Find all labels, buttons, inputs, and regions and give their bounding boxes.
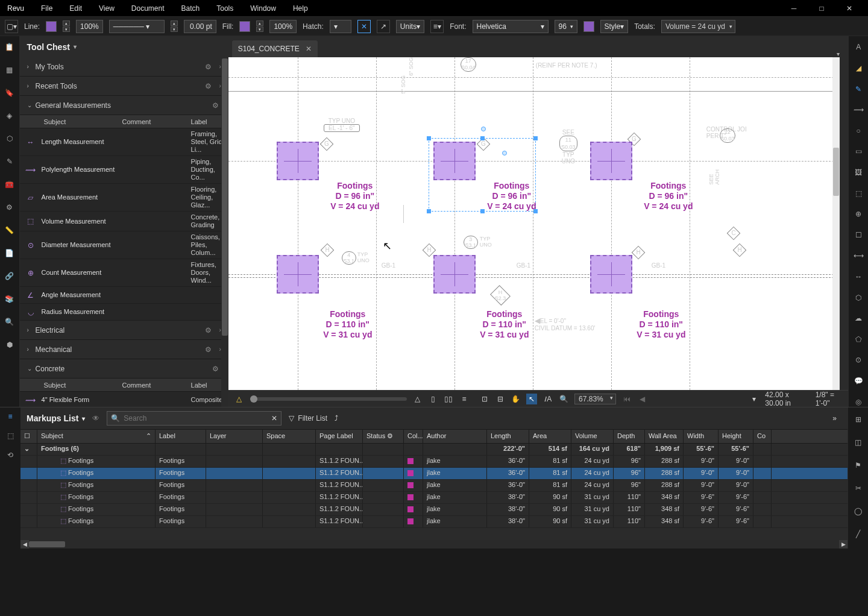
text-tool-icon[interactable]: A [852, 42, 864, 52]
dim-icon[interactable]: ⟷ [852, 251, 864, 261]
markups-list-icon[interactable]: ≡ [8, 412, 12, 421]
app-logo[interactable]: Revu [5, 2, 33, 15]
section-my-tools[interactable]: ›My Tools⚙› [20, 57, 228, 77]
section-recent-tools[interactable]: ›Recent Tools⚙› [20, 77, 228, 96]
col-subject[interactable]: Subject ⌃ [37, 430, 156, 443]
col-extra[interactable]: Co [753, 430, 772, 443]
scroll-right-icon[interactable]: ▶ [839, 540, 848, 548]
markup-row[interactable]: ⬚ Footings Footings S1.1.2 FOUN... jlake… [20, 480, 848, 492]
gear-icon[interactable]: ⚙ [205, 63, 212, 71]
col-area[interactable]: Area [529, 430, 571, 443]
pt-up[interactable]: ▴ [171, 20, 178, 26]
single-page-icon[interactable]: ▯ [428, 395, 438, 403]
canvas-scrollbar[interactable] [832, 57, 840, 390]
scroll-left-icon[interactable]: ◀ [20, 540, 29, 548]
rectangle-icon[interactable]: ▭ [852, 146, 864, 157]
cloud-icon[interactable]: ☁ [852, 313, 864, 324]
search-icon[interactable]: 🔍 [4, 316, 16, 328]
zoom-icon[interactable]: 🔍 [559, 395, 568, 403]
snap-icon[interactable]: ✕ [357, 20, 371, 33]
thumbnails-icon[interactable]: ▦ [4, 64, 16, 76]
font-size-dropdown[interactable]: 96▾ [555, 20, 577, 33]
note-icon[interactable]: 💬 [852, 376, 864, 386]
col-comment[interactable]: Comment [122, 382, 191, 389]
rotate-handle[interactable] [481, 127, 486, 131]
gear-icon[interactable]: ⚙ [205, 326, 212, 335]
col-space[interactable]: Space [263, 430, 316, 443]
fit-width-icon[interactable]: ⊟ [495, 395, 505, 403]
select-icon[interactable]: ↖ [526, 394, 537, 404]
line-width-down[interactable]: ▾ [63, 27, 70, 32]
align-icon[interactable]: ≡▾ [430, 20, 444, 33]
page-overflow-icon[interactable]: ▾ [749, 395, 759, 403]
ellipse-icon[interactable]: ○ [852, 125, 864, 136]
col-author[interactable]: Author [423, 430, 487, 443]
pt-input[interactable]: 0.00 pt [184, 20, 216, 33]
bookmarks-icon[interactable]: 🔖 [4, 87, 16, 99]
line-style-dropdown[interactable]: ────── ▾ [109, 20, 165, 33]
tool-row[interactable]: ⟿ 4" Flexible Form Composite [20, 392, 228, 407]
fill-down[interactable]: ▾ [256, 27, 263, 32]
col-subject[interactable]: Subject [20, 382, 122, 389]
close-tab-icon[interactable]: ✕ [306, 45, 312, 53]
callout-icon[interactable]: ☐ [852, 230, 864, 240]
units-dropdown[interactable]: Units ▾ [396, 20, 424, 33]
gear-icon[interactable]: ⚙ [205, 345, 212, 354]
nav-end-icon[interactable]: △ [413, 395, 423, 403]
search-input[interactable] [124, 414, 268, 423]
style-dropdown[interactable]: Style ▾ [600, 20, 629, 33]
section-mechanical[interactable]: ›Mechanical⚙› [20, 340, 228, 359]
tool-row[interactable]: ↔ Length Measurement Framing, Steel, Gri… [20, 128, 228, 156]
highlight-icon[interactable]: ◢ [852, 63, 864, 74]
footing-markup[interactable] [277, 255, 319, 294]
flag-icon[interactable]: ⚑ [852, 459, 864, 471]
arrow-icon[interactable]: ↔ [852, 272, 864, 282]
pivot-handle[interactable] [502, 151, 507, 156]
section-electrical[interactable]: ›Electrical⚙› [20, 321, 228, 340]
forms-icon[interactable]: 📄 [4, 247, 16, 259]
menu-batch[interactable]: Batch [173, 2, 209, 15]
line-width-up[interactable]: ▴ [63, 20, 70, 26]
pt-down[interactable]: ▾ [171, 27, 178, 32]
footing-markup[interactable] [277, 142, 319, 180]
two-page-icon[interactable]: ▯▯ [444, 395, 453, 403]
footing-markup[interactable] [590, 255, 632, 294]
markup-row[interactable]: ⬚ Footings Footings S1.1.2 FOUN... jlake… [20, 456, 848, 468]
footing-markup[interactable] [433, 142, 476, 180]
stamp-icon[interactable]: ⊕ [852, 209, 864, 219]
tool-row[interactable]: ◡ Radius Measurement [20, 304, 228, 321]
col-height[interactable]: Height [719, 430, 753, 443]
export-icon[interactable]: ⤴ [335, 414, 338, 423]
line-tool-icon[interactable]: ⟿ [852, 105, 864, 115]
3d-icon[interactable]: ⬚ [7, 432, 14, 440]
properties-icon[interactable]: ⚙ [4, 201, 16, 213]
panel-collapse-icon[interactable]: » [832, 414, 837, 423]
history-icon[interactable]: ⟲ [7, 451, 13, 459]
menu-edit[interactable]: Edit [61, 2, 90, 15]
page-slider[interactable] [250, 397, 407, 401]
hatch-dropdown[interactable]: ▾ [330, 20, 351, 33]
markup-row[interactable]: ⬚ Footings Footings S1.1.2 FOUN... jlake… [20, 504, 848, 516]
lasso-icon[interactable]: ◯ [852, 505, 864, 517]
menu-view[interactable]: View [90, 2, 123, 15]
markups-title[interactable]: Markups List▾ [27, 413, 85, 423]
measurements-icon[interactable]: 📏 [4, 224, 16, 236]
tool-row[interactable]: ∠ Angle Measurement [20, 287, 228, 304]
col-page-label[interactable]: Page Label [316, 430, 363, 443]
footing-markup[interactable] [590, 142, 632, 180]
target-icon[interactable]: ◎ [852, 397, 864, 407]
fill-pct-input[interactable]: 100% [269, 20, 297, 33]
menu-help[interactable]: Help [285, 2, 316, 15]
gear-icon[interactable]: ⚙ [212, 365, 219, 373]
layers-icon[interactable]: ◈ [4, 110, 16, 122]
fill-color-swatch[interactable] [239, 21, 250, 32]
hide-markups-icon[interactable]: 👁 [92, 414, 99, 423]
tabs-overflow-icon[interactable]: ▾ [837, 51, 840, 57]
filter-button[interactable]: ▽Filter List [289, 414, 327, 423]
fill-up[interactable]: ▴ [256, 20, 263, 26]
col-status[interactable]: Status ⚙ [363, 430, 404, 443]
markup-row[interactable]: ⬚ Footings Footings S1.1.2 FOUN... jlake… [20, 516, 848, 528]
menu-tools[interactable]: Tools [208, 2, 242, 15]
clip-icon[interactable]: ✂ [852, 482, 864, 494]
toolchest-header[interactable]: Tool Chest▾ [20, 36, 228, 57]
